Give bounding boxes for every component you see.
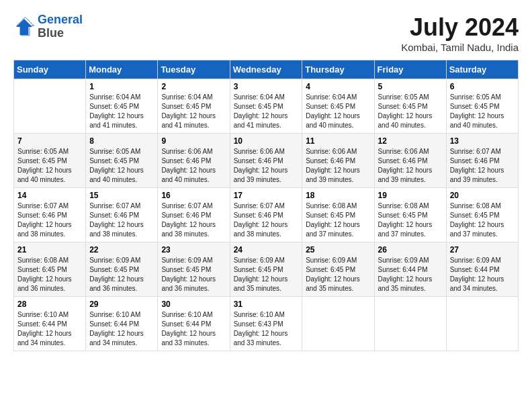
logo: GeneralBlue (13, 13, 83, 40)
day-info: Sunrise: 6:09 AMSunset: 6:44 PMDaylight:… (450, 256, 515, 293)
calendar-cell: 6Sunrise: 6:05 AMSunset: 6:45 PMDaylight… (446, 79, 518, 134)
calendar-cell: 17Sunrise: 6:07 AMSunset: 6:46 PMDayligh… (230, 188, 302, 242)
week-row-3: 14Sunrise: 6:07 AMSunset: 6:46 PMDayligh… (14, 188, 519, 242)
calendar-cell: 7Sunrise: 6:05 AMSunset: 6:45 PMDaylight… (14, 134, 86, 188)
day-number: 12 (378, 136, 443, 146)
calendar-cell: 3Sunrise: 6:04 AMSunset: 6:45 PMDaylight… (230, 79, 302, 134)
title-block: July 2024 Kombai, Tamil Nadu, India (401, 13, 519, 53)
calendar-cell: 31Sunrise: 6:10 AMSunset: 6:43 PMDayligh… (230, 297, 302, 351)
calendar-cell: 25Sunrise: 6:09 AMSunset: 6:45 PMDayligh… (302, 242, 374, 297)
calendar-table: SundayMondayTuesdayWednesdayThursdayFrid… (13, 60, 519, 351)
week-row-1: 1Sunrise: 6:04 AMSunset: 6:45 PMDaylight… (14, 79, 519, 134)
calendar-cell: 21Sunrise: 6:08 AMSunset: 6:45 PMDayligh… (14, 242, 86, 297)
day-number: 6 (450, 82, 515, 91)
location: Kombai, Tamil Nadu, India (401, 42, 519, 53)
day-number: 4 (306, 82, 370, 91)
day-number: 24 (234, 245, 299, 255)
day-number: 13 (450, 136, 515, 146)
day-info: Sunrise: 6:09 AMSunset: 6:45 PMDaylight:… (161, 256, 226, 293)
calendar-cell: 28Sunrise: 6:10 AMSunset: 6:44 PMDayligh… (14, 297, 86, 351)
day-number: 18 (306, 191, 370, 200)
day-info: Sunrise: 6:07 AMSunset: 6:46 PMDaylight:… (234, 201, 299, 239)
day-info: Sunrise: 6:06 AMSunset: 6:46 PMDaylight:… (306, 147, 370, 185)
day-number: 25 (306, 245, 370, 255)
calendar-cell: 10Sunrise: 6:06 AMSunset: 6:46 PMDayligh… (230, 134, 302, 188)
day-info: Sunrise: 6:04 AMSunset: 6:45 PMDaylight:… (306, 93, 370, 130)
day-number: 30 (161, 300, 226, 309)
calendar-cell: 30Sunrise: 6:10 AMSunset: 6:44 PMDayligh… (158, 297, 230, 351)
calendar-cell: 12Sunrise: 6:06 AMSunset: 6:46 PMDayligh… (374, 134, 446, 188)
day-number: 19 (378, 191, 443, 200)
day-info: Sunrise: 6:04 AMSunset: 6:45 PMDaylight:… (89, 93, 154, 130)
day-number: 14 (17, 191, 82, 200)
calendar-cell: 1Sunrise: 6:04 AMSunset: 6:45 PMDaylight… (86, 79, 158, 134)
day-info: Sunrise: 6:04 AMSunset: 6:45 PMDaylight:… (161, 93, 226, 130)
day-info: Sunrise: 6:05 AMSunset: 6:45 PMDaylight:… (89, 147, 154, 185)
weekday-header-tuesday: Tuesday (158, 60, 230, 79)
weekday-header-monday: Monday (86, 60, 158, 79)
day-info: Sunrise: 6:09 AMSunset: 6:44 PMDaylight:… (378, 256, 443, 293)
calendar-cell: 5Sunrise: 6:05 AMSunset: 6:45 PMDaylight… (374, 79, 446, 134)
day-info: Sunrise: 6:04 AMSunset: 6:45 PMDaylight:… (234, 93, 299, 130)
calendar-cell: 15Sunrise: 6:07 AMSunset: 6:46 PMDayligh… (86, 188, 158, 242)
calendar-cell (14, 79, 86, 134)
day-number: 16 (161, 191, 226, 200)
weekday-header-saturday: Saturday (446, 60, 518, 79)
day-info: Sunrise: 6:07 AMSunset: 6:46 PMDaylight:… (17, 201, 82, 239)
calendar-cell: 18Sunrise: 6:08 AMSunset: 6:45 PMDayligh… (302, 188, 374, 242)
day-info: Sunrise: 6:05 AMSunset: 6:45 PMDaylight:… (17, 147, 82, 185)
calendar-cell: 22Sunrise: 6:09 AMSunset: 6:45 PMDayligh… (86, 242, 158, 297)
calendar-cell (446, 297, 518, 351)
day-info: Sunrise: 6:08 AMSunset: 6:45 PMDaylight:… (378, 201, 443, 239)
calendar-cell: 26Sunrise: 6:09 AMSunset: 6:44 PMDayligh… (374, 242, 446, 297)
day-number: 27 (450, 245, 515, 255)
calendar-cell: 8Sunrise: 6:05 AMSunset: 6:45 PMDaylight… (86, 134, 158, 188)
weekday-header-thursday: Thursday (302, 60, 374, 79)
day-number: 28 (17, 300, 82, 309)
day-info: Sunrise: 6:09 AMSunset: 6:45 PMDaylight:… (234, 256, 299, 293)
day-number: 20 (450, 191, 515, 200)
day-number: 11 (306, 136, 370, 146)
day-number: 10 (234, 136, 299, 146)
calendar-cell: 23Sunrise: 6:09 AMSunset: 6:45 PMDayligh… (158, 242, 230, 297)
day-number: 29 (89, 300, 154, 309)
calendar-cell: 4Sunrise: 6:04 AMSunset: 6:45 PMDaylight… (302, 79, 374, 134)
day-number: 7 (17, 136, 82, 146)
week-row-5: 28Sunrise: 6:10 AMSunset: 6:44 PMDayligh… (14, 297, 519, 351)
day-info: Sunrise: 6:10 AMSunset: 6:44 PMDaylight:… (161, 310, 226, 348)
day-info: Sunrise: 6:10 AMSunset: 6:43 PMDaylight:… (234, 310, 299, 348)
day-info: Sunrise: 6:07 AMSunset: 6:46 PMDaylight:… (450, 147, 515, 185)
day-info: Sunrise: 6:05 AMSunset: 6:45 PMDaylight:… (450, 93, 515, 130)
calendar-cell: 14Sunrise: 6:07 AMSunset: 6:46 PMDayligh… (14, 188, 86, 242)
calendar-cell: 20Sunrise: 6:08 AMSunset: 6:45 PMDayligh… (446, 188, 518, 242)
day-info: Sunrise: 6:05 AMSunset: 6:45 PMDaylight:… (378, 93, 443, 130)
day-info: Sunrise: 6:08 AMSunset: 6:45 PMDaylight:… (306, 201, 370, 239)
day-number: 23 (161, 245, 226, 255)
calendar-cell: 13Sunrise: 6:07 AMSunset: 6:46 PMDayligh… (446, 134, 518, 188)
week-row-4: 21Sunrise: 6:08 AMSunset: 6:45 PMDayligh… (14, 242, 519, 297)
calendar-cell (302, 297, 374, 351)
day-info: Sunrise: 6:07 AMSunset: 6:46 PMDaylight:… (89, 201, 154, 239)
weekday-header-row: SundayMondayTuesdayWednesdayThursdayFrid… (14, 60, 519, 79)
weekday-header-friday: Friday (374, 60, 446, 79)
weekday-header-wednesday: Wednesday (230, 60, 302, 79)
day-info: Sunrise: 6:08 AMSunset: 6:45 PMDaylight:… (17, 256, 82, 293)
day-number: 26 (378, 245, 443, 255)
calendar-cell: 11Sunrise: 6:06 AMSunset: 6:46 PMDayligh… (302, 134, 374, 188)
svg-marker-0 (16, 19, 32, 35)
calendar-cell: 2Sunrise: 6:04 AMSunset: 6:45 PMDaylight… (158, 79, 230, 134)
day-number: 15 (89, 191, 154, 200)
day-number: 8 (89, 136, 154, 146)
day-info: Sunrise: 6:10 AMSunset: 6:44 PMDaylight:… (89, 310, 154, 348)
logo-text: GeneralBlue (38, 13, 83, 40)
day-number: 9 (161, 136, 226, 146)
day-info: Sunrise: 6:06 AMSunset: 6:46 PMDaylight:… (161, 147, 226, 185)
day-info: Sunrise: 6:08 AMSunset: 6:45 PMDaylight:… (450, 201, 515, 239)
day-number: 1 (89, 82, 154, 91)
day-number: 17 (234, 191, 299, 200)
calendar-cell (374, 297, 446, 351)
calendar-cell: 24Sunrise: 6:09 AMSunset: 6:45 PMDayligh… (230, 242, 302, 297)
page-header: GeneralBlue July 2024 Kombai, Tamil Nadu… (13, 13, 519, 53)
day-info: Sunrise: 6:09 AMSunset: 6:45 PMDaylight:… (89, 256, 154, 293)
calendar-cell: 16Sunrise: 6:07 AMSunset: 6:46 PMDayligh… (158, 188, 230, 242)
